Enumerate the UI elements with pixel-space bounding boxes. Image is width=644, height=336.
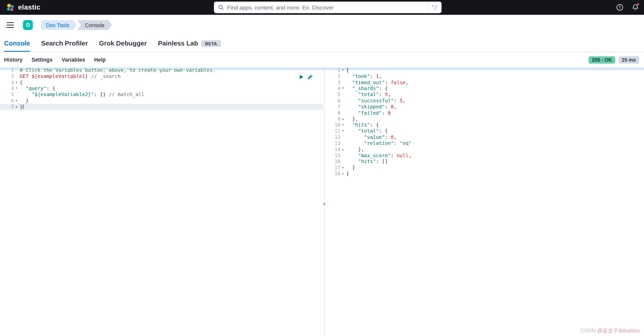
- request-line-7[interactable]: 7▴}: [0, 104, 323, 110]
- gutter: 15: [326, 153, 345, 159]
- code-text: "value": 0,: [345, 134, 397, 140]
- menu-settings[interactable]: Settings: [31, 57, 53, 63]
- line-number: 1: [11, 67, 14, 73]
- line-number: 15: [335, 153, 341, 159]
- request-editor[interactable]: 1# Click the Variables button, above, to…: [0, 67, 323, 336]
- gutter: 1: [0, 67, 19, 73]
- request-line-6[interactable]: 6▴ }: [0, 98, 323, 104]
- gutter: 8: [326, 110, 345, 116]
- search-icon: [218, 5, 224, 10]
- fold-down-icon[interactable]: ▾: [14, 86, 19, 92]
- line-number: 13: [335, 140, 341, 146]
- request-line-3[interactable]: 3▾{: [0, 79, 323, 86]
- line-number: 18: [335, 171, 341, 177]
- code-text: }: [345, 171, 349, 177]
- tab-grok-debugger[interactable]: Grok Debugger: [99, 35, 147, 52]
- notifications-button[interactable]: [632, 4, 639, 11]
- response-viewer[interactable]: 1▾{2 "took": 1,3 "timed_out": false,4▾ "…: [326, 67, 644, 336]
- line-number: 4: [338, 86, 341, 92]
- request-options-wrench-button[interactable]: [307, 74, 313, 80]
- line-number: 12: [335, 134, 341, 140]
- response-line-13[interactable]: 13 "relation": "eq": [326, 140, 644, 146]
- response-line-17[interactable]: 17▴ }: [326, 165, 644, 171]
- code-text: }: [345, 165, 355, 171]
- line-number: 3: [338, 79, 341, 86]
- code-text: "${exampleVariable2}": {} // match_all: [19, 92, 144, 98]
- global-search-input[interactable]: Find apps, content, and more. Ex: Discov…: [214, 1, 442, 14]
- code-text: "failed": 0: [345, 110, 391, 116]
- tab-painless-lab[interactable]: Painless LabBETA: [158, 35, 221, 52]
- request-line-5[interactable]: 5 "${exampleVariable2}": {} // match_all: [0, 92, 323, 98]
- gutter: 12: [326, 134, 345, 140]
- fold-down-icon[interactable]: ▾: [340, 67, 345, 73]
- line-number: 5: [338, 92, 341, 98]
- response-line-14[interactable]: 14▴ },: [326, 146, 644, 152]
- response-line-4[interactable]: 4▾ "_shards": {: [326, 86, 644, 92]
- line-number: 2: [338, 73, 341, 79]
- response-line-1[interactable]: 1▾{: [326, 67, 644, 73]
- response-line-10[interactable]: 10▾ "hits": {: [326, 122, 644, 128]
- tab-console[interactable]: Console: [4, 35, 30, 52]
- response-line-9[interactable]: 9▴ },: [326, 116, 644, 122]
- global-header: elastic Find apps, content, and more. Ex…: [0, 0, 644, 15]
- menu-history[interactable]: History: [4, 57, 22, 63]
- console-toolbar: HistorySettingsVariablesHelp 200 - OK 25…: [0, 52, 644, 67]
- send-request-play-button[interactable]: [299, 74, 304, 79]
- response-line-8[interactable]: 8 "failed": 0: [326, 110, 644, 116]
- fold-up-icon[interactable]: ▴: [340, 116, 345, 122]
- code-text: {: [19, 79, 23, 86]
- breadcrumb-dev-tools[interactable]: Dev Tools: [41, 20, 77, 30]
- response-line-12[interactable]: 12 "value": 0,: [326, 134, 644, 140]
- code-text: "total": {: [345, 128, 388, 134]
- response-line-18[interactable]: 18▴}: [326, 171, 644, 177]
- response-line-3[interactable]: 3 "timed_out": false,: [326, 79, 644, 86]
- fold-up-icon[interactable]: ▴: [14, 98, 19, 104]
- fold-down-icon[interactable]: ▾: [14, 79, 19, 86]
- panel-resizer[interactable]: ‖: [323, 67, 326, 336]
- code-text: }: [19, 104, 23, 110]
- line-number: 4: [11, 86, 14, 92]
- space-avatar[interactable]: D: [23, 20, 33, 30]
- line-number: 6: [338, 98, 341, 104]
- elastic-brand[interactable]: elastic: [6, 3, 41, 12]
- code-text: "hits": []: [345, 159, 388, 165]
- request-line-4[interactable]: 4▾ "query": {: [0, 86, 323, 92]
- csdn-watermark: CSDN @蓝盒子itbluebox: [580, 327, 640, 334]
- response-line-2[interactable]: 2 "took": 1,: [326, 73, 644, 79]
- response-line-16[interactable]: 16 "hits": []: [326, 159, 644, 165]
- fold-down-icon[interactable]: ▾: [340, 122, 345, 128]
- line-number: 14: [335, 146, 341, 152]
- response-line-6[interactable]: 6 "successful": 5,: [326, 98, 644, 104]
- fold-up-icon[interactable]: ▴: [340, 146, 345, 152]
- code-text: },: [345, 146, 364, 152]
- code-text: },: [345, 116, 358, 122]
- search-shortcut-hint: ^/: [427, 4, 437, 11]
- help-button[interactable]: ?: [616, 4, 623, 11]
- gutter: 6▴: [0, 98, 19, 104]
- line-number: 16: [335, 159, 341, 165]
- line-number: 17: [335, 165, 341, 171]
- fold-up-icon[interactable]: ▴: [14, 104, 19, 110]
- menu-help[interactable]: Help: [94, 57, 106, 63]
- menu-toggle-button[interactable]: [7, 22, 14, 28]
- gutter: 11▾: [326, 128, 345, 134]
- request-line-2[interactable]: 2GET ${exampleVariable1} // _search: [0, 73, 323, 79]
- response-line-7[interactable]: 7 "skipped": 0,: [326, 104, 644, 110]
- response-line-5[interactable]: 5 "total": 5,: [326, 92, 644, 98]
- line-number: 5: [11, 92, 14, 98]
- request-line-1[interactable]: 1# Click the Variables button, above, to…: [0, 67, 323, 73]
- line-number: 9: [338, 116, 341, 122]
- menu-variables[interactable]: Variables: [62, 57, 85, 63]
- fold-up-icon[interactable]: ▴: [340, 165, 345, 171]
- watermark-prefix: CSDN: [580, 328, 597, 334]
- response-line-15[interactable]: 15 "max_score": null,: [326, 153, 644, 159]
- fold-down-icon[interactable]: ▾: [340, 128, 345, 134]
- tab-search-profiler[interactable]: Search Profiler: [41, 35, 88, 52]
- response-line-11[interactable]: 11▾ "total": {: [326, 128, 644, 134]
- fold-up-icon[interactable]: ▴: [340, 171, 345, 177]
- gutter: 3▾: [0, 79, 19, 86]
- tab-label: Search Profiler: [41, 40, 88, 47]
- help-icon: ?: [616, 4, 623, 11]
- fold-down-icon[interactable]: ▾: [340, 86, 345, 92]
- devtools-tabs: ConsoleSearch ProfilerGrok DebuggerPainl…: [0, 35, 644, 52]
